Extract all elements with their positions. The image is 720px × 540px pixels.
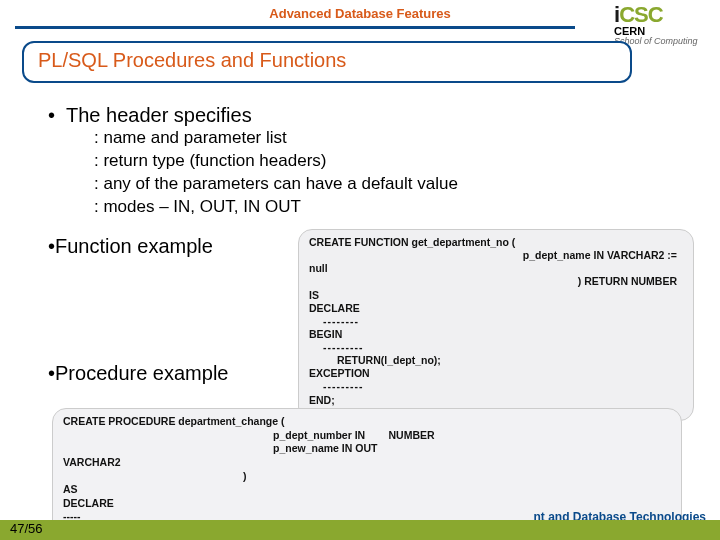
subbullet-3: : any of the parameters can have a defau…: [94, 173, 668, 196]
code-line: VARCHAR2: [63, 456, 671, 470]
subbullet-4: : modes – IN, OUT, IN OUT: [94, 196, 668, 219]
code-line: BEGIN: [309, 328, 683, 341]
code-line: IS: [309, 289, 683, 302]
code-line: ---------: [309, 341, 683, 354]
bullet-dot-icon: •: [48, 235, 55, 257]
bullet-dot-icon: •: [48, 104, 66, 127]
code-line: null: [309, 262, 683, 275]
logo-block: iCSC CERN School of Computing: [614, 4, 706, 46]
code-line: DECLARE: [309, 302, 683, 315]
icsc-csc: CSC: [619, 2, 662, 27]
code-line: CREATE PROCEDURE department_change (: [63, 415, 671, 429]
header-title: Advanced Database Features: [269, 6, 450, 21]
footer-bar: [0, 520, 720, 540]
code-line: p_new_name IN OUT: [63, 442, 671, 456]
code-line: p_dept_number IN NUMBER: [63, 429, 671, 443]
code-line: CREATE FUNCTION get_department_no (: [309, 236, 683, 249]
code-line: EXCEPTION: [309, 367, 683, 380]
code-line: --------: [309, 315, 683, 328]
page-number: 47/56: [10, 521, 43, 536]
code-line: ) RETURN NUMBER: [309, 275, 683, 288]
header-underline: [15, 26, 575, 29]
subbullet-2: : return type (function headers): [94, 150, 668, 173]
bullet-dot-icon: •: [48, 362, 55, 384]
code-line: AS: [63, 483, 671, 497]
icsc-logo: iCSC: [614, 4, 706, 26]
code-line: END;: [309, 394, 683, 407]
code-line: RETURN(l_dept_no);: [309, 354, 683, 367]
code-line: ): [63, 470, 671, 484]
function-code-box: CREATE FUNCTION get_department_no ( p_de…: [298, 229, 694, 421]
bullet-header-specifies: •The header specifies: [48, 104, 668, 127]
code-line: DECLARE: [63, 497, 671, 511]
subbullet-1: : name and parameter list: [94, 127, 668, 150]
slide-title-text: PL/SQL Procedures and Functions: [38, 49, 346, 71]
code-line: ---------: [309, 380, 683, 393]
slide-title: PL/SQL Procedures and Functions: [22, 41, 632, 83]
code-line: p_dept_name IN VARCHAR2 :=: [309, 249, 683, 262]
